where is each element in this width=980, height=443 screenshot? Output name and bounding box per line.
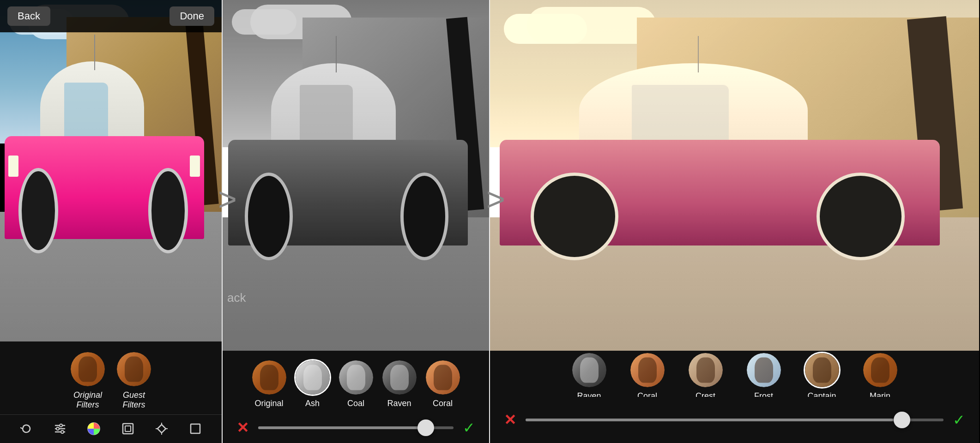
wheel-left-1 [18,168,58,253]
antenna-3 [698,36,699,72]
filter-label-raven: Raven [387,399,411,408]
horse-coral-3 [638,357,657,383]
filter-item-coral-3[interactable]: Coral [622,352,673,397]
cancel-filter-3[interactable]: ✕ [504,411,516,429]
filter-item-original-filters[interactable]: OriginalFilters [69,351,106,410]
horse-ash [303,365,322,390]
headlight-left-1 [8,156,18,177]
slider-fill-2 [258,426,424,429]
filter-item-crest-3[interactable]: Crest [680,352,731,397]
horse-coral [434,365,452,390]
filter-item-captain-3[interactable]: Captain [797,352,847,397]
filter-label-original-filters: OriginalFilters [73,390,102,410]
filter-item-marin-3[interactable]: Marin [855,352,906,397]
horse-marin-3 [871,357,889,383]
filter-thumb-frost-3 [745,352,782,389]
car-2 [228,63,468,245]
slider-track-3[interactable] [526,419,944,421]
filter-thumb-crest-3 [687,352,724,389]
filter-thumb-coal [338,359,375,396]
filter-label-coral: Coral [433,399,453,408]
filter-thumb-original [251,359,288,396]
car-scene-2 [223,0,489,351]
transform-icon-btn[interactable] [150,419,173,438]
svg-point-5 [61,431,64,433]
antenna-1 [94,35,95,70]
car-1 [5,61,204,239]
filter-strip-2: Original Ash Coal [247,351,465,412]
filter-thumb-guest-filters [115,351,152,388]
filter-item-raven-3[interactable]: Raven [564,352,615,397]
thumb-coral-3-bg [630,353,665,387]
horse-raven-3 [580,357,599,383]
slider-area-3: ✕ ✓ [490,397,979,443]
svg-rect-13 [191,424,200,433]
slider-thumb-3[interactable] [894,412,910,428]
filter-label-ash: Ash [305,399,320,408]
antenna-2 [336,36,337,72]
done-button[interactable]: Done [169,6,214,26]
horse-icon-original [79,357,97,382]
horse-crest-3 [696,357,715,383]
filter-thumb-coral [424,359,461,396]
svg-point-4 [56,427,59,430]
filter-strip-1: OriginalFilters GuestFilters [65,341,157,414]
wheel-right-1 [148,168,188,253]
photo-area-1 [0,0,222,341]
filter-item-raven[interactable]: Raven [381,359,418,408]
slider-track-2[interactable] [258,426,454,429]
horse-original [260,365,278,390]
panel-1: Back Done [0,0,222,443]
filter-thumb-ash [294,359,331,396]
headlight-right-1 [190,156,200,177]
car-3 [500,63,940,245]
car-scene-1 [0,0,222,341]
horse-frost-3 [755,357,773,383]
car-scene-3 [490,0,979,351]
horse-icon-guest [125,357,143,382]
color-icon-btn[interactable] [82,419,105,438]
filter-item-coral[interactable]: Coral [424,359,461,408]
thumb-coral-bg [426,360,460,395]
wheel-right-2 [400,173,448,260]
slider-area-2: ✕ ✓ [223,412,489,443]
bottom-area-2: Original Ash Coal [223,351,489,443]
confirm-filter-2[interactable]: ✓ [463,419,475,437]
thumb-bg-original [71,352,105,386]
wheel-left-3 [531,173,619,260]
thumb-crest-3-bg [689,353,723,387]
slider-fill-3 [526,419,893,421]
frames-icon-btn[interactable] [116,419,139,438]
filter-thumb-coral-3 [629,352,666,389]
horse-captain-3 [813,357,831,383]
slider-thumb-2[interactable] [417,419,434,436]
confirm-filter-3[interactable]: ✓ [953,411,965,429]
filter-item-guest-filters[interactable]: GuestFilters [115,351,152,410]
panel-2: ack Original Ash [222,0,490,443]
photo-area-3 [490,0,979,351]
thumb-captain-3-bg [805,353,839,387]
filter-label-crest-3: Crest [696,391,715,397]
svg-rect-8 [125,426,131,431]
thumb-frost-3-bg [747,353,781,387]
crop-icon-btn[interactable] [184,419,207,438]
filter-item-frost-3[interactable]: Frost [738,352,789,397]
thumb-raven-3-bg [572,353,606,387]
thumb-raven-bg [382,360,417,395]
arrow-separator-1: > [218,181,237,218]
filter-label-marin-3: Marin [870,391,890,397]
filter-item-ash[interactable]: Ash [294,359,331,408]
thumb-ash-bg [296,360,330,395]
filter-label-original: Original [254,399,283,408]
back-button[interactable]: Back [7,6,50,26]
filter-item-original[interactable]: Original [251,359,288,408]
adjust-icon-btn[interactable] [48,419,72,438]
filter-item-coal[interactable]: Coal [338,359,375,408]
p2-back-label: ack [227,291,246,305]
thumb-coal-bg [339,360,373,395]
rotate-icon-btn[interactable] [15,419,38,438]
horse-raven [390,365,409,390]
filter-thumb-original-filters [69,351,106,388]
cancel-filter-2[interactable]: ✕ [236,419,249,437]
filter-label-guest-filters: GuestFilters [123,390,145,410]
